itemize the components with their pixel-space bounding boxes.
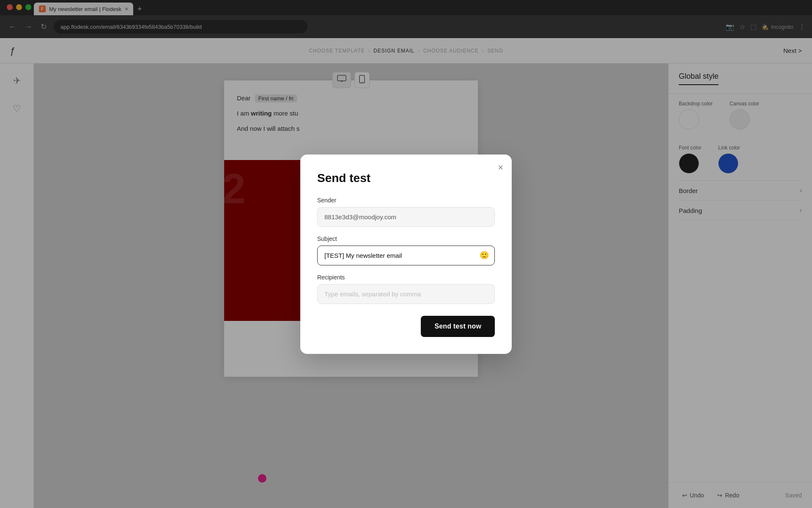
- recipients-input[interactable]: [317, 284, 495, 304]
- emoji-button[interactable]: 🙂: [480, 251, 489, 260]
- sender-input[interactable]: [317, 207, 495, 227]
- subject-label: Subject: [317, 235, 495, 242]
- sender-group: Sender: [317, 197, 495, 227]
- subject-group: Subject 🙂: [317, 235, 495, 265]
- recipients-label: Recipients: [317, 274, 495, 281]
- modal-title: Send test: [317, 171, 495, 185]
- send-test-now-button[interactable]: Send test now: [421, 316, 495, 337]
- send-test-modal: Send test × Sender Subject 🙂 Recipients …: [300, 155, 512, 354]
- recipients-group: Recipients: [317, 274, 495, 304]
- modal-overlay[interactable]: Send test × Sender Subject 🙂 Recipients …: [0, 0, 812, 508]
- modal-close-button[interactable]: ×: [498, 163, 503, 172]
- modal-footer: Send test now: [317, 316, 495, 337]
- subject-input-wrap: 🙂: [317, 246, 495, 265]
- sender-label: Sender: [317, 197, 495, 204]
- subject-input[interactable]: [317, 246, 495, 265]
